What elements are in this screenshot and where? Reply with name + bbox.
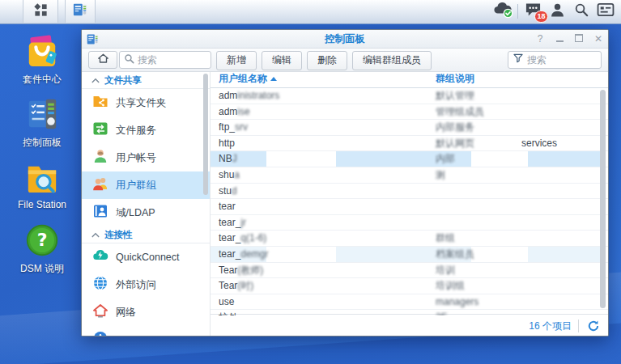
sidebar-item-shared-folder[interactable]: 共享文件夹 <box>82 89 210 116</box>
sidebar-item-label: 用户群组 <box>116 179 156 193</box>
sidebar-item-quickconnect[interactable]: QuickConnect <box>82 243 210 271</box>
group-desc-cell: 内部服务 <box>436 120 474 135</box>
filter-search-input[interactable]: 搜索 <box>508 51 602 69</box>
desktop-icon-label: DSM 说明 <box>6 262 78 276</box>
taskbar-tray: 18 <box>491 0 618 23</box>
table-row[interactable]: administrators默认管理 <box>211 88 608 104</box>
group-name-cell: use <box>219 294 234 310</box>
table-row[interactable]: usemanagers <box>211 294 608 311</box>
group-desc-cell: managers <box>436 294 479 310</box>
pilot-view-button[interactable] <box>593 0 618 23</box>
group-name-cell: tear_demgr <box>219 247 268 262</box>
filter-placeholder: 搜索 <box>527 53 547 67</box>
search-button[interactable] <box>569 0 593 23</box>
cloud-sync-button[interactable] <box>491 0 515 23</box>
sidebar-item-dhcp-server[interactable]: DHCP Server <box>82 326 210 336</box>
user-account-icon <box>92 148 108 167</box>
sidebar-item-label: QuickConnect <box>116 252 180 263</box>
sidebar-item-label: 共享文件夹 <box>116 96 167 110</box>
sidebar-item-label: DHCP Server <box>116 334 177 336</box>
table-row[interactable]: admise管理组成员 <box>211 104 608 121</box>
tray-divider <box>517 4 518 19</box>
group-desc-cell: 培训 <box>436 263 455 278</box>
shared-folder-icon <box>92 93 108 112</box>
user-button[interactable] <box>545 0 569 23</box>
group-name-cell: tear <box>219 199 236 214</box>
table-row[interactable]: tear_q(1-6)群组 <box>211 231 608 247</box>
window-title: 控制面板 <box>82 32 608 46</box>
group-name-cell: NBJ <box>219 151 237 167</box>
window-titlebar[interactable]: 控制面板 ? ✕ <box>82 30 608 49</box>
column-header-group-name[interactable]: 用户组名称 <box>219 72 277 86</box>
edit-button[interactable]: 编辑 <box>262 51 302 70</box>
sidebar-scrollbar[interactable] <box>203 74 208 195</box>
group-name-cell: administrators <box>219 88 279 104</box>
section-header-file-sharing[interactable]: 文件共享 <box>82 72 210 89</box>
desktop-icon-label: 控制面板 <box>6 136 78 150</box>
section-header-connectivity[interactable]: 连接性 <box>82 226 210 243</box>
table-row[interactable]: tear_jr <box>211 215 608 231</box>
refresh-button[interactable] <box>585 318 602 334</box>
table-row[interactable]: stud <box>211 184 608 200</box>
table-row[interactable]: Tear(教师)培训 <box>211 263 608 279</box>
desktop-icon-control-panel[interactable]: 控制面板 <box>6 97 78 150</box>
group-desc-cell: 测 <box>436 167 445 183</box>
notifications-button[interactable]: 18 <box>521 0 545 23</box>
sidebar-item-user-account[interactable]: 用户帐号 <box>82 144 210 171</box>
table-footer: 16 个项目 <box>211 314 608 336</box>
sidebar-item-label: 文件服务 <box>116 124 156 138</box>
desktop-icon-label: File Station <box>6 199 78 210</box>
sidebar-item-user-group[interactable]: 用户群组 <box>82 171 210 199</box>
group-name-cell: ftp_srv <box>219 120 248 135</box>
file-services-icon <box>92 121 108 140</box>
sidebar-item-file-services[interactable]: 文件服务 <box>82 116 210 144</box>
sidebar-item-domain-ldap[interactable]: 域/LDAP <box>82 199 210 226</box>
edit-group-members-button[interactable]: 编辑群组成员 <box>352 51 432 70</box>
control-panel-sidebar: 文件共享共享文件夹文件服务用户帐号用户群组域/LDAP连接性QuickConne… <box>82 72 211 336</box>
table-row[interactable]: ftp_srv内部服务 <box>211 120 608 136</box>
delete-button[interactable]: 删除 <box>307 51 347 70</box>
table-row[interactable]: Tear(时)培训组 <box>211 278 608 294</box>
maximize-button[interactable] <box>574 34 584 44</box>
group-desc-cell: 2F <box>436 310 447 315</box>
dhcp-server-icon <box>92 330 108 336</box>
desktop-icon-dsm-help[interactable]: ?DSM 说明 <box>6 223 78 276</box>
home-icon <box>96 52 110 68</box>
column-header-group-desc[interactable]: 群组说明 <box>436 72 474 86</box>
group-name-cell: tear_jr <box>219 215 246 231</box>
maximize-icon <box>575 34 583 42</box>
group-name-cell: shua <box>219 167 240 183</box>
main-menu-button[interactable] <box>23 0 58 23</box>
home-button[interactable] <box>88 51 117 69</box>
taskbar: 18 <box>0 0 621 24</box>
sidebar-search-input[interactable]: 搜索 <box>119 51 211 69</box>
desktop-icon-package-center[interactable]: 套件中心 <box>6 34 78 87</box>
pilot-view-icon <box>597 2 615 20</box>
taskbar-control-panel-button[interactable] <box>65 0 96 23</box>
group-desc-cell: 内部 <box>436 151 455 167</box>
network-icon <box>92 303 108 322</box>
help-button[interactable]: ? <box>535 34 545 44</box>
sort-asc-icon <box>270 77 277 81</box>
table-scrollbar[interactable] <box>600 90 606 308</box>
table-row[interactable]: tear_demgr档案组员 <box>211 247 608 263</box>
redaction-patch <box>471 151 528 167</box>
table-row[interactable]: NBJ内部 <box>211 151 608 167</box>
table-row[interactable]: shua测 <box>211 167 608 184</box>
table-row[interactable]: tear <box>211 199 608 215</box>
close-button[interactable]: ✕ <box>593 34 603 44</box>
sidebar-item-network[interactable]: 网络 <box>82 298 210 326</box>
desktop-icon-file-station[interactable]: File Station <box>6 160 78 210</box>
group-name-cell: 校外 <box>219 310 238 315</box>
group-name-cell: tear_q(1-6) <box>219 231 266 246</box>
domain-ldap-icon <box>92 203 108 222</box>
sidebar-item-external-access[interactable]: 外部访问 <box>82 271 210 298</box>
minimize-button[interactable] <box>555 34 564 44</box>
add-button[interactable]: 新增 <box>216 51 257 70</box>
table-body: administrators默认管理admise管理组成员ftp_srv内部服务… <box>211 88 608 315</box>
group-name-cell: stud <box>219 184 237 199</box>
table-row[interactable]: http默认网页services <box>211 136 608 152</box>
table-header: 用户组名称 群组说明 <box>211 72 608 88</box>
cloud-sync-icon <box>492 1 514 23</box>
package-center-icon <box>23 34 62 68</box>
